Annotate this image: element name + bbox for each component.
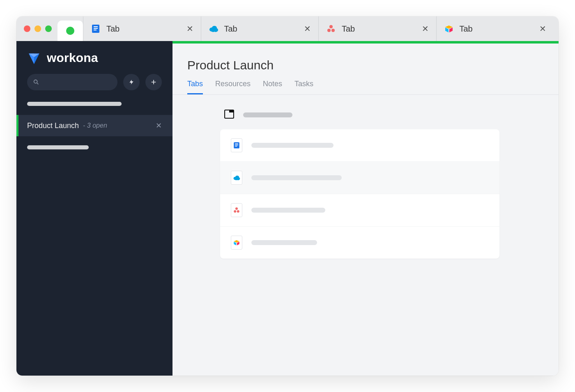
tab-row[interactable]: [220, 227, 499, 259]
brand-name: workona: [47, 51, 98, 65]
tabs-card: [220, 129, 499, 259]
close-tab-icon[interactable]: ✕: [304, 24, 311, 34]
tab-title-placeholder: [251, 208, 325, 213]
workona-logo-icon: [27, 51, 41, 65]
app-content: workona Product Launch - 3 open ✕: [16, 41, 559, 376]
tab-title-placeholder: [251, 240, 317, 245]
svg-line-18: [37, 83, 38, 84]
salesforce-icon: [231, 171, 242, 185]
plus-icon: [150, 79, 157, 85]
search-input[interactable]: [27, 74, 117, 90]
window-controls: [24, 25, 52, 32]
brand: workona: [16, 48, 172, 74]
close-tab-icon[interactable]: ✕: [422, 24, 429, 34]
tab-title-placeholder: [251, 175, 342, 180]
window-minimize-button[interactable]: [34, 25, 41, 32]
main-tabs: Tabs Resources Notes Tasks: [172, 72, 559, 95]
tab-row[interactable]: [220, 194, 499, 227]
tab-row[interactable]: [220, 162, 499, 194]
tab-tabs[interactable]: Tabs: [187, 80, 203, 94]
sidebar-space-product-launch[interactable]: Product Launch - 3 open ✕: [16, 115, 172, 136]
window-zoom-button[interactable]: [45, 25, 52, 32]
airtable-icon: [231, 236, 242, 250]
airtable-icon: [444, 24, 454, 34]
space-title: Product Launch: [27, 121, 79, 130]
tab-group-title-placeholder: [243, 112, 292, 117]
browser-tab-label: Tab: [342, 24, 416, 34]
space-open-count: - 3 open: [83, 122, 107, 129]
sidebar: workona Product Launch - 3 open ✕: [16, 41, 172, 376]
titlebar: Tab ✕ Tab ✕ Tab ✕ Tab ✕: [16, 16, 559, 41]
browser-tab-4[interactable]: Tab ✕: [436, 16, 554, 41]
google-doc-icon: [91, 24, 101, 34]
browser-window: Tab ✕ Tab ✕ Tab ✕ Tab ✕: [16, 16, 559, 376]
sidebar-section-placeholder: [27, 145, 89, 149]
page-title: Product Launch: [187, 58, 544, 72]
tab-title-placeholder: [251, 143, 334, 148]
browser-tab-1[interactable]: Tab ✕: [83, 16, 201, 41]
browser-tab-2[interactable]: Tab ✕: [201, 16, 319, 41]
tab-group-header[interactable]: [224, 110, 292, 120]
browser-tab-3[interactable]: Tab ✕: [318, 16, 436, 41]
lightning-icon: [129, 78, 134, 86]
workona-active-indicator-icon: [66, 27, 74, 35]
close-tab-icon[interactable]: ✕: [186, 24, 193, 34]
window-icon: [224, 110, 234, 120]
tab-resources[interactable]: Resources: [215, 80, 251, 94]
quick-actions-button[interactable]: [123, 74, 140, 90]
close-tab-icon[interactable]: ✕: [539, 24, 546, 34]
main-panel: Product Launch Tabs Resources Notes Task…: [172, 41, 559, 376]
asana-icon: [326, 24, 336, 34]
tab-row[interactable]: [220, 129, 499, 162]
browser-tab-strip: Tab ✕ Tab ✕ Tab ✕ Tab ✕: [83, 16, 554, 41]
workspace-body: [172, 95, 559, 275]
browser-tab-label: Tab: [224, 24, 299, 34]
browser-tab-label: Tab: [106, 24, 181, 34]
sidebar-section-placeholder: [27, 102, 122, 106]
salesforce-icon: [209, 24, 218, 34]
svg-rect-23: [229, 110, 234, 112]
new-space-button[interactable]: [145, 74, 162, 90]
asana-icon: [231, 203, 242, 217]
tab-notes[interactable]: Notes: [263, 80, 282, 94]
browser-tab-label: Tab: [460, 24, 534, 34]
svg-point-17: [34, 80, 37, 83]
sidebar-toolbar: [16, 74, 172, 100]
svg-marker-19: [129, 80, 133, 85]
close-space-icon[interactable]: ✕: [156, 121, 162, 130]
workona-extension-tab[interactable]: [58, 21, 83, 41]
search-icon: [33, 79, 39, 85]
google-doc-icon: [231, 138, 242, 152]
tab-tasks[interactable]: Tasks: [294, 80, 313, 94]
main-header: Product Launch: [172, 44, 559, 72]
window-close-button[interactable]: [24, 25, 30, 32]
